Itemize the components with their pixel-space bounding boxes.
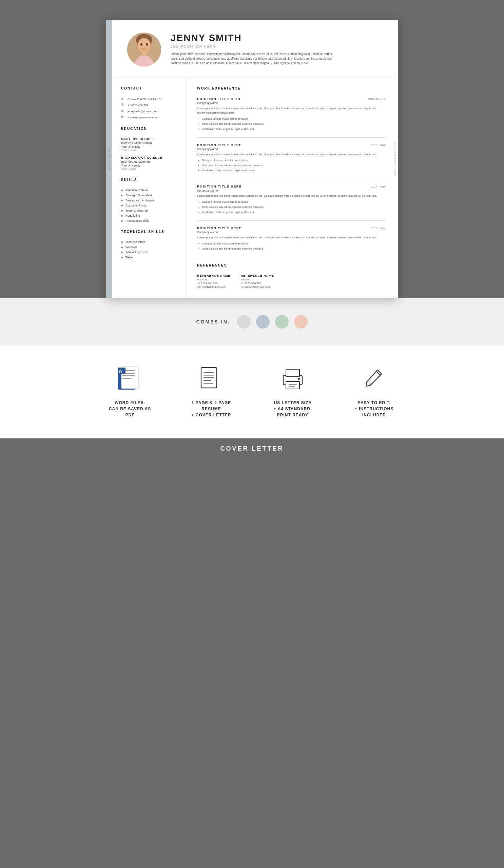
contact-linkedin-text: linkedin.com/in/youname xyxy=(127,116,157,119)
bullet-icon xyxy=(121,210,123,211)
degree-1-university: Your University xyxy=(121,145,180,148)
work-bullets: Quisque ultrices mattis lorem et varius.… xyxy=(197,242,385,251)
feature-title-print: US LETTER SIZE+ A4 STANDARD.PRINT READY xyxy=(274,400,312,418)
svg-rect-20 xyxy=(204,383,213,384)
work-header: POSITION TITLE HERE 2012 - 2014 xyxy=(197,226,385,230)
skill-item: Presentation Skills xyxy=(121,219,180,223)
work-desc: Lorem ipsum dolor sit amet, consectetur … xyxy=(197,194,385,198)
references-section-title: REFERENCES xyxy=(197,264,385,269)
bullet-icon xyxy=(121,205,123,206)
skill-item: Attention to Detail xyxy=(121,188,180,192)
feature-pages: 1 PAGE & 2 PAGERESUME+ COVER LETTER xyxy=(181,366,242,418)
features-grid: W WORD FILES.CAN BE SAVED ASPDF 1 PAGE &… xyxy=(99,366,405,418)
work-bullets: Quisque ultrices mattis lorem et varius.… xyxy=(197,117,385,131)
work-company: Company Name xyxy=(197,230,385,234)
degree-2: BACHELOR OF SCIENCE Business Management … xyxy=(121,156,180,170)
contact-phone: ✆ +1 0123 456 789 xyxy=(121,103,180,107)
work-bullets: Quisque ultrices mattis lorem et varius.… xyxy=(197,158,385,173)
contact-email: ✉ jennysmith@domain.com xyxy=(121,109,180,113)
linkedin-icon: in xyxy=(121,115,125,119)
home-icon: ⌂ xyxy=(121,97,125,101)
bullet-icon xyxy=(121,215,123,217)
svg-rect-22 xyxy=(286,369,299,377)
bullet-icon xyxy=(121,189,123,191)
right-column: WORK EXPERIENCE POSITION TITLE HERE 2018… xyxy=(187,77,398,298)
degree-2-years: 2002 – 2006 xyxy=(121,167,180,170)
work-title: POSITION TITLE HERE xyxy=(197,143,242,147)
cover-letter-section: COVER LETTER xyxy=(0,438,504,459)
bullet-icon xyxy=(121,220,123,222)
degree-1-title: MASTER'S DEGREE xyxy=(121,137,180,141)
bullet-icon xyxy=(121,195,123,196)
work-header: POSITION TITLE HERE 2014 - 2016 xyxy=(197,185,385,188)
svg-text:W: W xyxy=(119,369,123,374)
ref-phone: +1 0123 456 789 xyxy=(241,282,274,285)
skill-item: Customer Focus xyxy=(121,204,180,207)
color-swatch xyxy=(256,315,270,329)
left-column: CONTACT ⌂ Central Park West & 79th St ✆ … xyxy=(112,77,187,298)
tech-skill-item: Trello xyxy=(121,256,180,259)
comes-in-section: COMES IN: xyxy=(0,298,504,345)
feature-print: US LETTER SIZE+ A4 STANDARD.PRINT READY xyxy=(262,366,323,418)
work-bullets: Quisque ultrices mattis lorem et varius.… xyxy=(197,200,385,214)
svg-rect-18 xyxy=(204,378,214,379)
resume-body: CONTACT ⌂ Central Park West & 79th St ✆ … xyxy=(112,77,398,298)
degree-2-field: Business Management xyxy=(121,160,180,163)
tech-section-title: TECHNICAL SKILLS xyxy=(121,230,180,236)
ref-email: johnsmith@domain.com xyxy=(241,286,274,289)
ref-email: johnsmith@domain.com xyxy=(197,286,230,289)
skill-item: Strategic Orientation xyxy=(121,194,180,197)
phone-icon: ✆ xyxy=(121,103,125,107)
features-section: W WORD FILES.CAN BE SAVED ASPDF 1 PAGE &… xyxy=(0,345,504,438)
work-company: Company Name xyxy=(197,101,385,105)
education-section: EDUCATION MASTER'S DEGREE Business Admin… xyxy=(121,127,180,170)
feature-title-edit: EASY TO EDIT.+ INSTRUCTIONSINCLUDED xyxy=(355,400,393,418)
ref-phone: +1 0123 456 789 xyxy=(197,282,230,285)
education-degrees: MASTER'S DEGREE Business Administration … xyxy=(121,137,180,170)
work-item: POSITION TITLE HERE 2018 - Present Compa… xyxy=(197,97,385,131)
svg-rect-12 xyxy=(122,378,131,379)
work-years: 2018 - Present xyxy=(368,98,385,101)
work-desc: Lorem ipsum dolor sit amet, consectetur … xyxy=(197,106,385,115)
ref-name: REFERENCE NAME xyxy=(197,274,230,277)
work-desc: Lorem ipsum dolor sit amet, consectetur … xyxy=(197,236,385,240)
work-years: 2012 - 2014 xyxy=(371,227,385,230)
page-background: Jenny Smith Job Position Here xyxy=(0,0,504,473)
contact-phone-text: +1 0123 456 789 xyxy=(127,104,148,107)
degree-1: MASTER'S DEGREE Business Administration … xyxy=(121,137,180,152)
feature-icon-word: W xyxy=(116,366,143,393)
bullet-icon xyxy=(121,247,123,248)
work-item: POSITION TITLE HERE 2016 - 2018 Company … xyxy=(197,137,385,173)
svg-rect-19 xyxy=(204,380,211,381)
education-section-title: EDUCATION xyxy=(121,127,180,133)
bullet-icon xyxy=(121,200,123,202)
sidebar-right-strip: Job Position Here xyxy=(392,20,398,298)
contact-section-title: CONTACT xyxy=(121,86,180,92)
contact-address-text: Central Park West & 79th St xyxy=(127,98,162,101)
svg-rect-16 xyxy=(204,372,214,373)
feature-word: W WORD FILES.CAN BE SAVED ASPDF xyxy=(99,366,161,418)
bullet-icon xyxy=(121,251,123,253)
email-icon: ✉ xyxy=(121,109,125,113)
color-swatch xyxy=(237,315,251,329)
color-swatches xyxy=(237,315,308,329)
work-company: Company Name xyxy=(197,189,385,192)
work-title: POSITION TITLE HERE xyxy=(197,185,242,188)
feature-icon-print xyxy=(279,366,306,393)
feature-icon-edit xyxy=(361,366,388,393)
tech-skill-item: Adobe Photoshop xyxy=(121,250,180,254)
degree-1-field: Business Administration xyxy=(121,141,180,145)
svg-rect-11 xyxy=(122,375,135,376)
svg-point-3 xyxy=(138,38,151,53)
feature-title-word: WORD FILES.CAN BE SAVED ASPDF xyxy=(109,400,151,418)
ref-position: Position xyxy=(241,278,274,281)
tech-skills-list: Microsoft OfficeWindowsAdobe PhotoshopTr… xyxy=(121,240,180,259)
reference-item: REFERENCE NAME Position +1 0123 456 789 … xyxy=(197,274,230,289)
svg-point-24 xyxy=(298,378,300,380)
skills-list: Attention to DetailStrategic Orientation… xyxy=(121,188,180,223)
comes-in-label: COMES IN: xyxy=(196,319,230,324)
sidebar-left-text: Jenny Smith xyxy=(108,147,111,171)
references-grid: REFERENCE NAME Position +1 0123 456 789 … xyxy=(197,274,385,289)
work-header: POSITION TITLE HERE 2016 - 2018 xyxy=(197,143,385,147)
svg-point-5 xyxy=(146,43,148,46)
